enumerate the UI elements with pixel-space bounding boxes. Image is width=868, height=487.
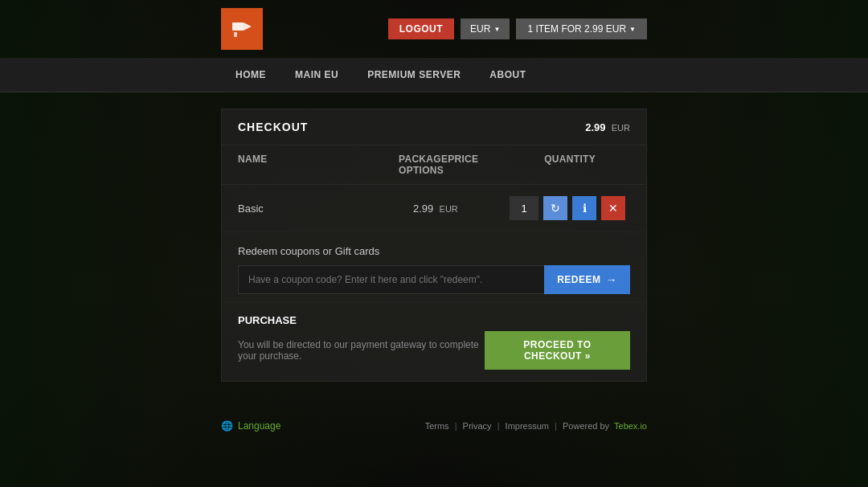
purchase-section: Purchase You will be directed to our pay… — [222, 303, 646, 381]
impressum-link[interactable]: Impressum — [506, 421, 549, 431]
purchase-row: You will be directed to our payment gate… — [238, 331, 630, 370]
purchase-description: You will be directed to our payment gate… — [238, 339, 485, 362]
privacy-link[interactable]: Privacy — [463, 421, 492, 431]
table-row: Basic 2.99 EUR 1 ↻ ℹ ✕ — [222, 185, 646, 232]
col-price: Price — [448, 153, 544, 176]
coupon-input[interactable] — [238, 265, 544, 294]
proceed-to-checkout-button[interactable]: PROCEED TO CHECKOUT » — [485, 331, 630, 370]
header-controls: LOGOUT EUR 1 ITEM FOR 2.99 EUR — [388, 18, 647, 39]
redeem-title: Redeem coupons or Gift cards — [238, 245, 630, 257]
footer: 🌐 Language Terms | Privacy | Impressum |… — [0, 407, 868, 444]
col-quantity: Quantity — [544, 153, 665, 176]
header: LOGOUT EUR 1 ITEM FOR 2.99 EUR — [0, 0, 868, 58]
purchase-title: Purchase — [238, 314, 630, 326]
row-quantity-cell: 1 ↻ ℹ ✕ — [510, 196, 630, 220]
checkout-card: CHECKOUT 2.99 EUR Name Package Options P… — [221, 108, 647, 382]
quantity-value: 1 — [510, 196, 538, 220]
col-name: Name — [238, 153, 399, 176]
checkout-header: CHECKOUT 2.99 EUR — [222, 109, 646, 145]
redeem-button[interactable]: REDEEM → — [544, 265, 630, 294]
nav-item-main-eu[interactable]: MAIN EU — [280, 58, 353, 92]
total-currency: EUR — [612, 123, 630, 133]
language-button[interactable]: 🌐 Language — [221, 420, 280, 432]
row-name: Basic — [238, 203, 399, 215]
checkout-total: 2.99 EUR — [585, 121, 630, 133]
svg-rect-0 — [232, 23, 244, 31]
main-content: CHECKOUT 2.99 EUR Name Package Options P… — [0, 92, 868, 398]
nav-item-premium-server[interactable]: PREMIUM SERVER — [353, 58, 475, 92]
logout-button[interactable]: LOGOUT — [388, 18, 454, 39]
svg-marker-1 — [244, 23, 252, 31]
info-button[interactable]: ℹ — [572, 196, 596, 220]
powered-by-text: Powered by — [563, 421, 609, 431]
globe-icon: 🌐 — [221, 420, 233, 432]
redeem-row: REDEEM → — [238, 265, 630, 294]
currency-selector[interactable]: EUR — [461, 18, 510, 39]
navigation: HOME MAIN EU PREMIUM SERVER ABOUT — [0, 58, 868, 92]
logo-icon — [227, 14, 256, 43]
nav-item-home[interactable]: HOME — [221, 58, 280, 92]
redeem-section: Redeem coupons or Gift cards REDEEM → — [222, 232, 646, 303]
redeem-arrow-icon: → — [606, 273, 618, 286]
table-header: Name Package Options Price Quantity — [222, 145, 646, 185]
remove-button[interactable]: ✕ — [601, 196, 625, 220]
cart-button[interactable]: 1 ITEM FOR 2.99 EUR — [516, 18, 647, 39]
checkout-title: CHECKOUT — [238, 121, 308, 133]
refresh-button[interactable]: ↻ — [543, 196, 567, 220]
svg-rect-2 — [234, 32, 237, 37]
nav-item-about[interactable]: ABOUT — [475, 58, 540, 92]
quantity-controls: 1 ↻ ℹ ✕ — [510, 196, 630, 220]
row-price: 2.99 EUR — [413, 203, 510, 215]
footer-links: Terms | Privacy | Impressum | Powered by… — [425, 421, 647, 431]
total-amount: 2.99 — [585, 121, 605, 133]
tebex-link[interactable]: Tebex.io — [614, 421, 647, 431]
logo — [221, 8, 263, 50]
col-package: Package Options — [399, 153, 448, 176]
terms-link[interactable]: Terms — [425, 421, 449, 431]
